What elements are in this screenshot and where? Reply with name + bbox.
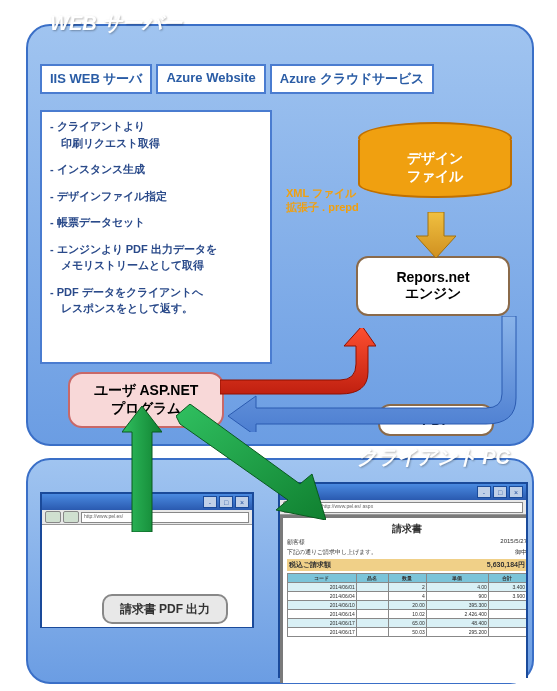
db-label1: デザイン (407, 150, 463, 168)
server-title: WEB サーバー (50, 10, 182, 37)
server-panel: WEB サーバー IIS WEB サーバ Azure Website Azure… (26, 24, 534, 446)
invoice-document: 請求書 顧客様2015/5/27 下記の通りご請求申し上げます。御中 税込ご請求… (283, 518, 526, 683)
client-title: クライアント PC (357, 444, 510, 471)
invoice-total: 税込ご請求額 5,630,184円 (287, 559, 526, 571)
flow-step: - 帳票データセット (50, 214, 262, 231)
arrow-db-to-engine (416, 212, 456, 258)
address-bar[interactable]: http://www.pel.es/ aspx (319, 502, 523, 513)
table-row: 2014/06/1410.022.426.400 (288, 610, 527, 619)
table-row: 2014/06/1765.0048.400 (288, 619, 527, 628)
invoice-title: 請求書 (287, 522, 526, 536)
print-pdf-button[interactable]: 請求書 PDF 出力 (102, 594, 228, 624)
forward-icon[interactable] (63, 511, 79, 523)
table-row: 2014/06/1750.03295.200 (288, 628, 527, 637)
xml-file-label: XML ファイル 拡張子 . prepd (286, 186, 359, 215)
maximize-icon[interactable]: □ (493, 486, 507, 498)
hosting-options: IIS WEB サーバ Azure Website Azure クラウドサービス (40, 64, 434, 94)
flow-step: - PDF データをクライアントへ レスポンスをとして返す。 (50, 284, 262, 317)
flow-step: - クライアントより 印刷リクエスト取得 (50, 118, 262, 151)
minimize-icon[interactable]: - (477, 486, 491, 498)
back-icon[interactable] (45, 511, 61, 523)
host-iis: IIS WEB サーバ (40, 64, 152, 94)
close-icon[interactable]: × (509, 486, 523, 498)
flow-step: - エンジンより PDF 出力データを メモリストリームとして取得 (50, 241, 262, 274)
invoice-table: コード品名数量単価合計2014/06/0124.003.4002014/06/0… (287, 573, 526, 637)
flow-step: - デザインファイル指定 (50, 188, 262, 205)
host-azure-cloud: Azure クラウドサービス (270, 64, 434, 94)
flow-step: - インスタンス生成 (50, 161, 262, 178)
table-row: 2014/06/1020.00395.300 (288, 601, 527, 610)
db-label2: ファイル (407, 168, 463, 186)
arrow-response-down (176, 404, 326, 520)
engine-box: Repors.net エンジン (356, 256, 510, 316)
table-row: 2014/06/0124.003.400 (288, 583, 527, 592)
arrow-request-up (122, 406, 162, 532)
table-row: 2014/06/0449003.900 (288, 592, 527, 601)
host-azure-web: Azure Website (156, 64, 265, 94)
design-file-db: デザイン ファイル (358, 122, 508, 202)
